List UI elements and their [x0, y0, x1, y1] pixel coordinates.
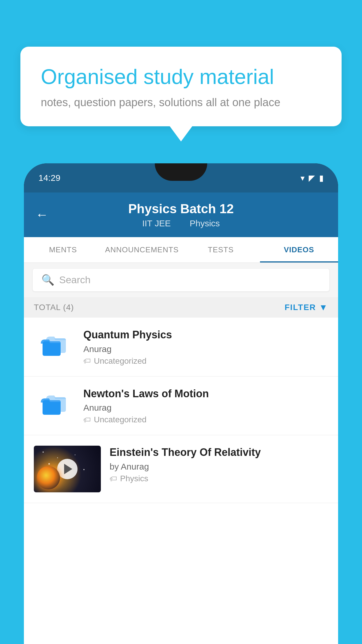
- video-thumbnail: [34, 446, 101, 492]
- header-subtitle: IIT JEE Physics: [36, 218, 326, 228]
- tag-label: Physics: [120, 474, 148, 483]
- video-title: Quantum Physics: [83, 328, 328, 342]
- folder-thumbnail: [34, 328, 75, 363]
- filter-button[interactable]: FILTER ▼: [284, 302, 328, 312]
- filter-label: FILTER: [284, 303, 316, 312]
- tag-label: Uncategorized: [94, 415, 147, 424]
- video-author: Anurag: [83, 403, 328, 413]
- video-tag: 🏷 Physics: [110, 474, 328, 483]
- folder-icon-wrap: [40, 391, 69, 418]
- folder-thumbnail: [34, 387, 75, 422]
- search-container: 🔍 Search: [24, 263, 338, 297]
- tab-bar: MENTS ANNOUNCEMENTS TESTS VIDEOS: [24, 237, 338, 263]
- video-tag: 🏷 Uncategorized: [83, 356, 328, 366]
- svg-rect-1: [43, 341, 61, 356]
- video-author: Anurag: [83, 344, 328, 354]
- total-count: TOTAL (4): [34, 303, 74, 312]
- list-item[interactable]: Newton's Laws of Motion Anurag 🏷 Uncateg…: [24, 377, 338, 435]
- tag-label: Uncategorized: [94, 356, 147, 366]
- list-item[interactable]: Quantum Physics Anurag 🏷 Uncategorized: [24, 318, 338, 377]
- folder-icon-wrap: [40, 332, 69, 359]
- video-title: Newton's Laws of Motion: [83, 387, 328, 401]
- wifi-icon: ▾: [301, 173, 305, 183]
- video-author: by Anurag: [110, 462, 328, 472]
- status-bar: 14:29 ▾ ◤ ▮: [24, 163, 338, 192]
- tag-icon: 🏷: [83, 356, 91, 365]
- svg-rect-3: [43, 400, 61, 415]
- speech-bubble-card: Organised study material notes, question…: [20, 47, 342, 126]
- tab-ments[interactable]: MENTS: [24, 237, 102, 262]
- play-button[interactable]: [57, 459, 78, 479]
- back-button[interactable]: ←: [36, 207, 48, 222]
- app-header: ← Physics Batch 12 IIT JEE Physics: [24, 192, 338, 237]
- search-placeholder: Search: [59, 274, 91, 286]
- tab-tests[interactable]: TESTS: [182, 237, 260, 262]
- status-time: 14:29: [38, 173, 60, 183]
- header-subtitle-physics: Physics: [190, 218, 220, 228]
- video-list: Quantum Physics Anurag 🏷 Uncategorized: [24, 318, 338, 503]
- bubble-subtitle: notes, question papers, solutions all at…: [41, 96, 321, 109]
- tag-icon: 🏷: [83, 415, 91, 424]
- filter-bar: TOTAL (4) FILTER ▼: [24, 297, 338, 318]
- phone-frame: 14:29 ▾ ◤ ▮ ← Physics Batch 12 IIT JEE P…: [24, 163, 338, 644]
- app-screen: ← Physics Batch 12 IIT JEE Physics MENTS…: [24, 192, 338, 644]
- tag-icon: 🏷: [110, 474, 117, 483]
- header-subtitle-separator: [179, 218, 184, 228]
- tab-announcements[interactable]: ANNOUNCEMENTS: [102, 237, 182, 262]
- batch-title: Physics Batch 12: [36, 201, 326, 217]
- header-subtitle-iitjee: IIT JEE: [142, 218, 171, 228]
- search-bar[interactable]: 🔍 Search: [33, 269, 329, 291]
- video-tag: 🏷 Uncategorized: [83, 415, 328, 424]
- video-title: Einstein's Theory Of Relativity: [110, 446, 328, 459]
- filter-funnel-icon: ▼: [319, 302, 328, 312]
- bubble-title: Organised study material: [41, 64, 321, 89]
- video-info: Einstein's Theory Of Relativity by Anura…: [110, 446, 328, 483]
- tab-videos[interactable]: VIDEOS: [260, 237, 338, 262]
- video-info: Newton's Laws of Motion Anurag 🏷 Uncateg…: [83, 387, 328, 425]
- battery-icon: ▮: [319, 173, 324, 183]
- list-item[interactable]: Einstein's Theory Of Relativity by Anura…: [24, 435, 338, 503]
- phone-notch: [155, 163, 207, 181]
- search-icon: 🔍: [41, 274, 55, 286]
- play-triangle-icon: [64, 464, 72, 474]
- signal-icon: ◤: [309, 173, 315, 183]
- video-info: Quantum Physics Anurag 🏷 Uncategorized: [83, 328, 328, 366]
- status-icons: ▾ ◤ ▮: [301, 173, 324, 183]
